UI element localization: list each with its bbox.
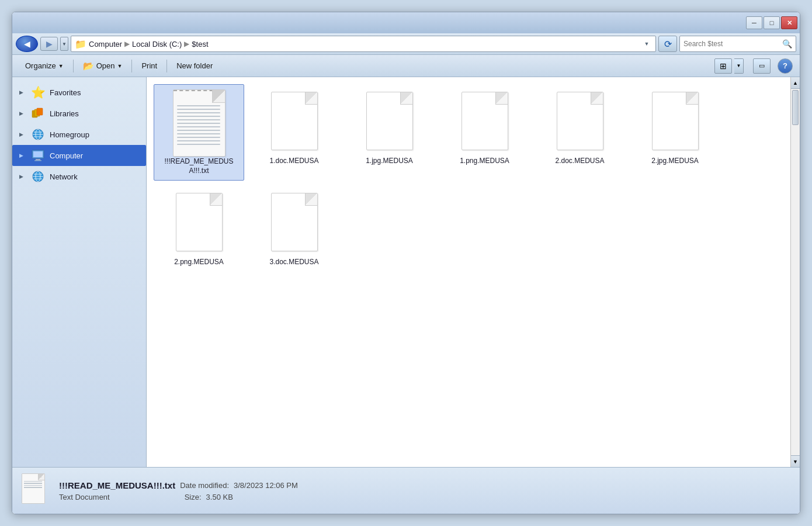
sidebar-computer-label: Computer	[50, 151, 83, 160]
scroll-down-button[interactable]: ▼	[791, 455, 800, 467]
file-item-3doc[interactable]: 3.doc.MEDUSA	[249, 185, 339, 272]
1png-file-icon	[459, 89, 511, 153]
maximize-button[interactable]: □	[764, 16, 780, 29]
3doc-filename: 3.doc.MEDUSA	[269, 258, 318, 267]
open-icon: 📂	[83, 61, 94, 71]
sidebar-libraries-label: Libraries	[50, 109, 79, 118]
2png-filename: 2.png.MEDUSA	[174, 258, 224, 267]
readme-filename: !!!READ_ME_MEDUSA!!!.txt	[159, 157, 239, 175]
status-date-label: Date modified:	[180, 481, 229, 490]
search-icon[interactable]: 🔍	[782, 39, 792, 49]
view-button[interactable]: ⊞	[714, 58, 732, 74]
help-button[interactable]: ?	[778, 58, 793, 74]
file-item-1jpg[interactable]: 1.jpg.MEDUSA	[344, 84, 435, 181]
file-grid: !!!READ_ME_MEDUSA!!!.txt 1.doc.MEDUSA 1.…	[147, 77, 790, 467]
computer-expand-arrow: ▶	[19, 153, 26, 158]
toolbar-right: ⊞ ▼ ▭ ?	[714, 58, 793, 74]
sidebar-item-network[interactable]: ▶ Network	[12, 166, 146, 187]
scrollbar[interactable]: ▲ ▼	[790, 77, 800, 467]
1jpg-filename: 1.jpg.MEDUSA	[366, 157, 413, 166]
toolbar-sep-2	[131, 60, 132, 72]
file-item-readme[interactable]: !!!READ_ME_MEDUSA!!!.txt	[154, 84, 244, 181]
network-icon	[31, 169, 45, 184]
print-button[interactable]: Print	[136, 58, 163, 74]
sidebar-item-computer[interactable]: ▶ Computer	[12, 145, 146, 166]
scroll-thumb[interactable]	[792, 90, 799, 125]
nav-history-dropdown[interactable]: ▼	[60, 37, 68, 51]
svg-rect-9	[33, 151, 43, 157]
sidebar-network-label: Network	[50, 172, 78, 181]
3doc-file-icon	[268, 190, 321, 254]
close-button[interactable]: ✕	[781, 16, 797, 29]
toolbar: Organize ▼ 📂 Open ▼ Print New folder ⊞ ▼…	[12, 55, 800, 77]
status-file-icon	[22, 473, 50, 508]
status-info: !!!READ_ME_MEDUSA!!!.txt Date modified: …	[59, 480, 298, 501]
minimize-button[interactable]: ─	[746, 16, 762, 29]
computer-icon	[31, 148, 45, 162]
file-item-2png[interactable]: 2.png.MEDUSA	[154, 185, 244, 272]
svg-rect-11	[34, 160, 41, 161]
sidebar-item-libraries[interactable]: ▶ Libraries	[12, 103, 146, 124]
back-button[interactable]: ◀	[16, 36, 38, 52]
title-bar: ─ □ ✕	[12, 12, 800, 33]
sidebar-favorites-label: Favorites	[50, 88, 81, 97]
status-row-2: Text Document Size: 3.50 KB	[59, 493, 298, 501]
status-date-value: 3/8/2023 12:06 PM	[234, 481, 298, 490]
libraries-expand-arrow: ▶	[19, 110, 26, 116]
sidebar-item-homegroup[interactable]: ▶ Homegroup	[12, 124, 146, 145]
status-bar: !!!READ_ME_MEDUSA!!!.txt Date modified: …	[12, 467, 800, 514]
svg-rect-2	[37, 108, 43, 115]
file-item-2doc[interactable]: 2.doc.MEDUSA	[535, 84, 625, 181]
homegroup-icon	[31, 127, 45, 141]
organize-button[interactable]: Organize ▼	[19, 58, 70, 74]
1doc-file-icon	[268, 89, 321, 153]
readme-file-icon	[173, 89, 225, 154]
view-dropdown[interactable]: ▼	[734, 58, 744, 74]
1jpg-file-icon	[363, 89, 416, 153]
favorites-icon: ⭐	[31, 85, 45, 99]
preview-pane-button[interactable]: ▭	[753, 58, 771, 74]
search-input[interactable]	[683, 40, 780, 48]
open-button[interactable]: 📂 Open ▼	[77, 58, 129, 74]
libraries-icon	[31, 106, 45, 120]
sidebar-item-favorites[interactable]: ▶ ⭐ Favorites	[12, 82, 146, 103]
sidebar-homegroup-label: Homegroup	[50, 130, 89, 139]
address-bar-area: ◀ ▶ ▼ 📁 Computer ▶ Local Disk (C:) ▶ $te…	[12, 33, 800, 55]
file-item-1png[interactable]: 1.png.MEDUSA	[439, 84, 530, 181]
address-folder-icon: 📁	[75, 39, 86, 50]
breadcrumb-computer[interactable]: Computer	[89, 40, 122, 49]
file-area: !!!READ_ME_MEDUSA!!!.txt 1.doc.MEDUSA 1.…	[147, 77, 790, 467]
1doc-filename: 1.doc.MEDUSA	[269, 157, 318, 166]
favorites-expand-arrow: ▶	[19, 89, 26, 95]
status-size-value: 3.50 KB	[206, 493, 233, 501]
network-expand-arrow: ▶	[19, 174, 26, 179]
new-folder-button[interactable]: New folder	[171, 58, 218, 74]
2doc-filename: 2.doc.MEDUSA	[555, 157, 604, 166]
scroll-up-button[interactable]: ▲	[791, 77, 800, 89]
breadcrumb-localdisk[interactable]: Local Disk (C:)	[132, 40, 182, 49]
window-controls: ─ □ ✕	[746, 16, 797, 29]
status-type: Text Document	[59, 493, 110, 501]
scroll-track	[791, 89, 800, 455]
status-size-label: Size:	[185, 493, 202, 501]
toolbar-sep-1	[73, 60, 74, 72]
search-box[interactable]: 🔍	[679, 36, 796, 52]
breadcrumb-sep-2: ▶	[184, 40, 189, 48]
address-box[interactable]: 📁 Computer ▶ Local Disk (C:) ▶ $test ▼	[71, 36, 656, 52]
1png-filename: 1.png.MEDUSA	[460, 157, 509, 166]
2png-file-icon	[173, 190, 225, 254]
homegroup-expand-arrow: ▶	[19, 132, 26, 137]
address-dropdown-arrow[interactable]: ▼	[641, 39, 652, 49]
2jpg-filename: 2.jpg.MEDUSA	[651, 157, 699, 166]
forward-button[interactable]: ▶	[40, 37, 58, 51]
explorer-window: ─ □ ✕ ◀ ▶ ▼ 📁 Computer ▶ Local Disk (C:)…	[12, 12, 800, 514]
2doc-file-icon	[554, 89, 606, 153]
breadcrumb-sep-1: ▶	[124, 40, 130, 48]
status-row-1: !!!READ_ME_MEDUSA!!!.txt Date modified: …	[59, 480, 298, 490]
toolbar-sep-3	[166, 60, 167, 72]
refresh-button[interactable]: ⟳	[658, 36, 677, 52]
file-item-1doc[interactable]: 1.doc.MEDUSA	[249, 84, 339, 181]
file-item-2jpg[interactable]: 2.jpg.MEDUSA	[630, 84, 720, 181]
breadcrumb-folder[interactable]: $test	[192, 40, 208, 49]
sidebar: ▶ ⭐ Favorites ▶ Libraries	[12, 77, 147, 467]
